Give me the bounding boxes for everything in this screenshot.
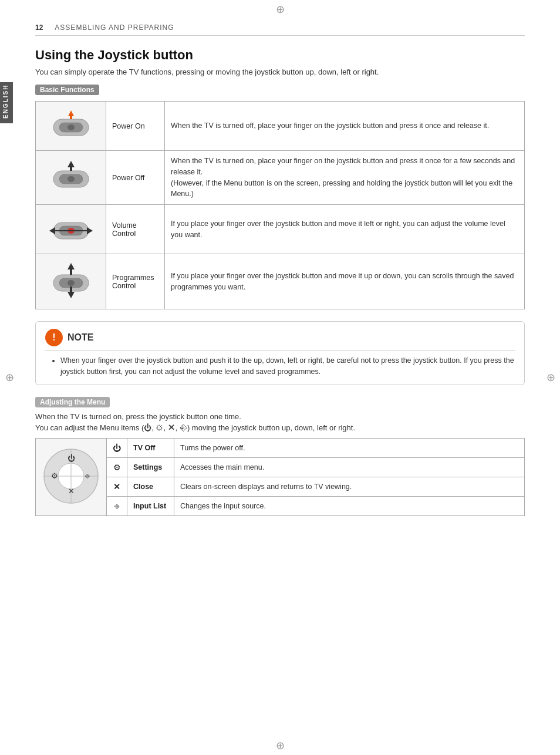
note-title: NOTE <box>68 332 93 343</box>
svg-text:⚙: ⚙ <box>51 471 58 480</box>
svg-text:⎆: ⎆ <box>85 471 90 480</box>
programmes-icon-cell <box>36 254 106 309</box>
power-on-desc: When the TV is turned off, place your fi… <box>165 102 525 151</box>
input-list-icon-cell: ⎆ <box>107 496 127 515</box>
page-header: 12 ASSEMBLING AND PREPARING <box>35 23 525 36</box>
settings-label: Settings <box>127 457 174 477</box>
svg-rect-15 <box>55 230 87 231</box>
tv-off-label: TV Off <box>127 438 174 457</box>
volume-icon-cell <box>36 205 106 254</box>
joystick-power-on-icon <box>45 107 97 143</box>
settings-desc: Accesses the main menu. <box>174 457 525 477</box>
power-on-label: Power On <box>106 102 165 151</box>
adj-desc-2: You can adjust the Menu items (⏻, ⚙, ✕, … <box>35 423 525 432</box>
menu-diagram-icon: ⏻ ⚙ ⎆ ✕ <box>42 447 100 505</box>
svg-marker-13 <box>49 227 55 234</box>
joystick-programmes-icon <box>45 260 97 301</box>
menu-diagram-cell: ⏻ ⚙ ⎆ ✕ <box>36 438 107 515</box>
page-number: 12 <box>35 23 43 32</box>
close-icon-cell: ✕ <box>107 477 127 496</box>
volume-label: VolumeControl <box>106 205 165 254</box>
adjusting-menu-badge: Adjusting the Menu <box>35 397 110 407</box>
power-on-icon-cell <box>36 102 106 151</box>
programmes-desc: If you place your finger over the joysti… <box>165 254 525 309</box>
volume-desc: If you place your finger over the joysti… <box>165 205 525 254</box>
power-off-icon-cell <box>36 151 106 205</box>
table-row: ⚙ Settings Accesses the main menu. <box>36 457 525 477</box>
programmes-label: ProgrammesControl <box>106 254 165 309</box>
note-header: ! NOTE <box>45 329 515 346</box>
table-row: Power On When the TV is turned off, plac… <box>36 102 525 151</box>
crosshair-left: ⊕ <box>4 372 15 383</box>
section-desc: You can simply operate the TV functions,… <box>35 68 525 76</box>
svg-rect-4 <box>70 116 72 119</box>
joystick-volume-icon <box>45 211 97 246</box>
basic-functions-table: Power On When the TV is turned off, plac… <box>35 101 525 309</box>
joystick-power-off-icon <box>45 159 97 194</box>
table-row: ✕ Close Clears on-screen displays and re… <box>36 477 525 496</box>
svg-rect-9 <box>70 167 72 171</box>
menu-table: ⏻ ⚙ ⎆ ✕ ⏻ TV Off Turns the power off. ⚙ … <box>35 438 525 516</box>
svg-rect-20 <box>70 269 72 275</box>
note-text: When your finger over the joystick butto… <box>45 355 515 378</box>
table-row: ⏻ ⚙ ⎆ ✕ ⏻ TV Off Turns the power off. <box>36 438 525 457</box>
table-row: VolumeControl If you place your finger o… <box>36 205 525 254</box>
settings-icon-cell: ⚙ <box>107 457 127 477</box>
adj-desc-1: When the TV is turned on, press the joys… <box>35 412 525 421</box>
svg-marker-3 <box>68 110 74 116</box>
svg-marker-14 <box>87 227 93 234</box>
note-icon: ! <box>45 329 63 346</box>
tv-off-icon-cell: ⏻ <box>107 438 127 457</box>
table-row: Power Off When the TV is turned on, plac… <box>36 151 525 205</box>
tv-off-desc: Turns the power off. <box>174 438 525 457</box>
svg-marker-21 <box>68 292 75 298</box>
svg-marker-8 <box>68 161 75 167</box>
power-off-desc: When the TV is turned on, place your fin… <box>165 151 525 205</box>
crosshair-bottom: ⊕ <box>274 740 286 751</box>
svg-point-7 <box>68 176 75 182</box>
svg-text:✕: ✕ <box>68 487 75 496</box>
svg-point-2 <box>68 124 75 130</box>
svg-rect-22 <box>70 287 72 292</box>
svg-marker-19 <box>68 263 75 269</box>
input-list-label: Input List <box>127 496 174 515</box>
svg-point-18 <box>68 280 75 286</box>
svg-text:⏻: ⏻ <box>68 454 75 463</box>
page-title-header: ASSEMBLING AND PREPARING <box>55 23 174 32</box>
note-box: ! NOTE When your finger over the joystic… <box>35 321 525 385</box>
close-label: Close <box>127 477 174 496</box>
close-desc: Clears on-screen displays and returns to… <box>174 477 525 496</box>
input-list-desc: Changes the input source. <box>174 496 525 515</box>
crosshair-right: ⊕ <box>545 372 556 383</box>
sidebar-language-label: ENGLISH <box>0 82 13 123</box>
crosshair-top: ⊕ <box>274 4 286 15</box>
basic-functions-badge: Basic Functions <box>35 85 99 95</box>
table-row: ProgrammesControl If you place your fing… <box>36 254 525 309</box>
section-title: Using the Joystick button <box>35 48 525 63</box>
table-row: ⎆ Input List Changes the input source. <box>36 496 525 515</box>
power-off-label: Power Off <box>106 151 165 205</box>
